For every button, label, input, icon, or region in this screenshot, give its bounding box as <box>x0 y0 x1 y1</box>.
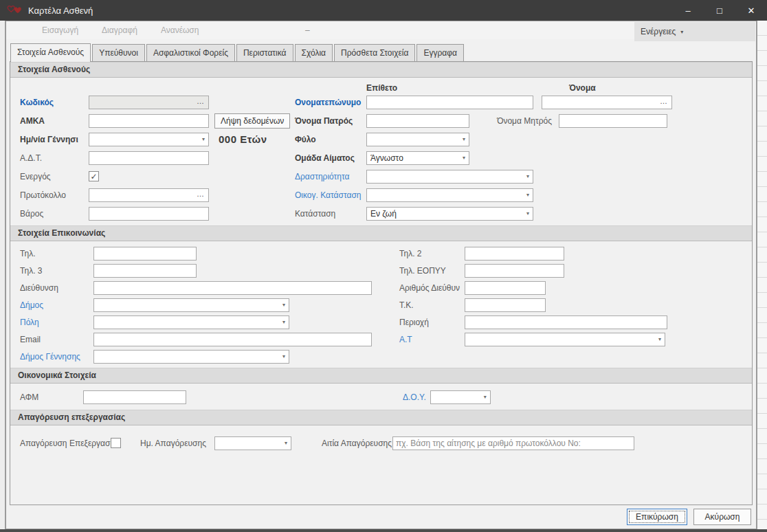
code-field[interactable]: … <box>89 96 209 109</box>
protocol-input[interactable] <box>89 189 195 201</box>
weight-label: Βάρος <box>20 209 89 219</box>
phone-eopyy-input[interactable] <box>465 264 564 278</box>
firstname-ellipsis-icon[interactable]: … <box>658 98 671 107</box>
weight-input[interactable] <box>89 207 209 221</box>
tab-patient-details[interactable]: Στοιχεία Ασθενούς <box>10 43 91 62</box>
surname-column-header: Επίθετο <box>366 83 533 93</box>
police-dept-label: Α.Τ <box>399 335 465 344</box>
mother-name-label: Όνομα Μητρός <box>486 116 552 126</box>
name-column-header: Όνομα <box>569 83 596 93</box>
group-header-patient: Στοιχεία Ασθενούς <box>10 62 752 78</box>
address-number-input[interactable] <box>465 281 546 295</box>
toolbar-delete-button[interactable]: Διαγραφή <box>102 25 137 35</box>
phone-eopyy-label: Τηλ. ΕΟΠΥΥ <box>399 266 465 276</box>
maximize-icon[interactable]: □ <box>704 0 735 21</box>
city-caret-icon: ▾ <box>282 319 285 325</box>
birthdate-select[interactable]: ▾ <box>89 133 209 146</box>
city-select[interactable]: ▾ <box>93 315 289 329</box>
code-input <box>89 96 195 109</box>
protocol-ellipsis-icon[interactable]: … <box>195 190 208 200</box>
minimize-icon[interactable]: – <box>672 0 704 21</box>
age-text: 000 Ετών <box>219 133 267 145</box>
actions-menu-label: Ενέργειες <box>641 27 676 36</box>
firstname-input[interactable] <box>542 96 658 109</box>
close-icon[interactable]: ✕ <box>735 0 767 21</box>
doy-select[interactable]: ▾ <box>430 390 491 404</box>
gender-select[interactable]: ▾ <box>366 133 469 146</box>
blood-type-select[interactable]: Άγνωστο ▾ <box>366 151 469 165</box>
phone3-input[interactable] <box>93 264 197 278</box>
patient-section: Κωδικός … ΑΜΚΑ Λήψη δεδομένων Ημ/νία Γέν… <box>10 78 752 225</box>
phone3-label: Τηλ. 3 <box>20 266 93 276</box>
tab-extra-details[interactable]: Πρόσθετα Στοιχεία <box>334 44 415 61</box>
patient-left-column: Κωδικός … ΑΜΚΑ Λήψη δεδομένων Ημ/νία Γέν… <box>20 81 295 223</box>
code-ellipsis-icon[interactable]: … <box>195 98 208 107</box>
municipality-caret-icon: ▾ <box>282 302 285 308</box>
marital-status-select[interactable]: ▾ <box>366 188 533 202</box>
address-input[interactable] <box>93 281 372 295</box>
adt-label: Α.Δ.Τ. <box>20 153 89 163</box>
status-caret-icon: ▾ <box>526 210 529 217</box>
mother-name-input[interactable] <box>559 114 667 128</box>
dialog-body: Εισαγωγή Διαγραφή Ανανέωση – Ενέργειες ▾… <box>5 21 757 529</box>
restriction-date-label: Ημ. Απαγόρευσης <box>140 439 209 448</box>
birth-municipality-select[interactable]: ▾ <box>93 350 289 364</box>
marital-status-label: Οικογ. Κατάσταση <box>295 190 366 200</box>
amka-input[interactable] <box>89 114 209 128</box>
postal-code-input[interactable] <box>465 298 546 312</box>
restriction-checkbox[interactable] <box>111 438 121 448</box>
police-dept-select[interactable]: ▾ <box>465 333 665 346</box>
restriction-date-caret-icon: ▾ <box>285 440 287 446</box>
fetch-data-button[interactable]: Λήψη δεδομένων <box>214 113 290 129</box>
window-bottom-edge <box>0 529 767 532</box>
municipality-select[interactable]: ▾ <box>93 298 289 312</box>
contact-left-column: Τηλ. Τηλ. 3 Διεύθυνση Δήμος <box>20 245 399 365</box>
active-checkbox[interactable]: ✓ <box>89 171 99 181</box>
window-title: Καρτέλα Ασθενή <box>28 5 93 16</box>
restriction-date-select[interactable]: ▾ <box>214 436 291 450</box>
tabstrip: Στοιχεία Ασθενούς Υπεύθυνοι Ασφαλιστικοί… <box>6 39 756 61</box>
tab-comments[interactable]: Σχόλια <box>295 44 333 61</box>
status-select[interactable]: Εν ζωή ▾ <box>366 207 533 221</box>
birth-municipality-caret-icon: ▾ <box>282 353 285 359</box>
birthdate-label: Ημ/νία Γέννησι <box>20 135 89 144</box>
actions-menu-button[interactable]: Ενέργειες ▾ <box>634 22 755 41</box>
gender-caret-icon: ▾ <box>463 136 465 142</box>
protocol-field[interactable]: … <box>89 188 209 202</box>
toolbar-separator: – <box>305 25 310 35</box>
father-name-input[interactable] <box>366 114 469 128</box>
blood-type-label: Ομάδα Αίματος <box>295 153 366 163</box>
financial-section: ΑΦΜ Δ.Ο.Υ. ▾ <box>10 384 752 410</box>
window-controls: – □ ✕ <box>672 0 767 21</box>
marital-status-caret-icon: ▾ <box>526 192 529 198</box>
activity-select[interactable]: ▾ <box>366 170 533 184</box>
contact-section: Τηλ. Τηλ. 3 Διεύθυνση Δήμος <box>10 241 752 368</box>
confirm-button[interactable]: Επικύρωση <box>627 509 687 525</box>
toolbar-refresh-button[interactable]: Ανανέωση <box>161 25 199 35</box>
afm-input[interactable] <box>83 390 186 404</box>
city-label: Πόλη <box>20 318 93 327</box>
doy-caret-icon: ▾ <box>484 394 487 400</box>
area-input[interactable] <box>465 315 667 329</box>
blood-type-caret-icon: ▾ <box>463 155 465 161</box>
dialog-footer: Επικύρωση Ακύρωση <box>6 505 756 529</box>
group-header-restriction: Απαγόρευση επεξεργασίας <box>10 410 752 425</box>
tab-insurance-providers[interactable]: Ασφαλιστικοί Φορείς <box>146 44 235 61</box>
restriction-reason-input[interactable] <box>392 436 634 450</box>
municipality-label: Δήμος <box>20 300 93 310</box>
cancel-button[interactable]: Ακύρωση <box>693 509 751 525</box>
gender-label: Φύλο <box>295 135 366 144</box>
tab-incidents[interactable]: Περιστατικά <box>236 44 293 61</box>
adt-input[interactable] <box>89 151 209 165</box>
tab-guardians[interactable]: Υπεύθυνοι <box>92 44 145 61</box>
toolbar-insert-button[interactable]: Εισαγωγή <box>42 25 78 35</box>
tab-documents[interactable]: Εγγραφα <box>416 44 464 61</box>
status-label: Κατάσταση <box>295 209 366 219</box>
surname-input[interactable] <box>366 96 533 109</box>
phone-input[interactable] <box>93 247 197 261</box>
email-input[interactable] <box>93 333 372 346</box>
firstname-field[interactable]: … <box>542 96 672 109</box>
phone2-input[interactable] <box>465 247 564 261</box>
titlebar[interactable]: Καρτέλα Ασθενή – □ ✕ <box>0 0 767 21</box>
postal-code-label: Τ.Κ. <box>399 300 465 310</box>
